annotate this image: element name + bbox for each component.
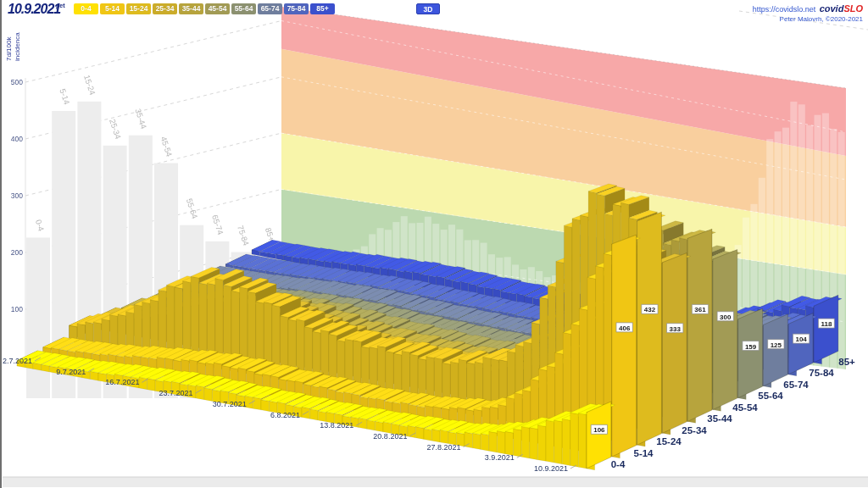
mode-3d-button[interactable]: 3D <box>416 3 440 14</box>
age-filter-button-75-84[interactable]: 75-84 <box>284 3 309 14</box>
age-filter-button-45-54[interactable]: 45-54 <box>205 3 230 14</box>
age-filter-button-35-44[interactable]: 35-44 <box>179 3 203 14</box>
age-filter-button-15-24[interactable]: 15-24 <box>126 3 151 14</box>
age-filter-button-65-74[interactable]: 65-74 <box>258 3 282 14</box>
app-window: 10.9.2021 pet 0-45-1415-2425-3435-4445-5… <box>0 0 868 488</box>
site-link[interactable]: https://covidslo.net <box>753 5 816 14</box>
current-day-abbr: pet <box>56 3 65 8</box>
brand-covid: covid <box>820 3 844 14</box>
credit-line: Peter Malovrh, ©2020-2021 <box>753 14 863 24</box>
age-filter-button-5-14[interactable]: 5-14 <box>100 3 125 14</box>
age-filter-button-55-64[interactable]: 55-64 <box>231 3 256 14</box>
age-filter-button-85+[interactable]: 85+ <box>310 3 335 14</box>
age-filter-button-0-4[interactable]: 0-4 <box>74 3 98 14</box>
branding: https://covidslo.net covidSLO Peter Malo… <box>753 3 863 24</box>
age-filter-button-25-34[interactable]: 25-34 <box>153 3 177 14</box>
brand-slo: SLO <box>843 3 863 14</box>
incidence-3d-chart[interactable] <box>2 0 868 488</box>
toolbar: 10.9.2021 pet 0-45-1415-2425-3435-4445-5… <box>2 0 868 25</box>
current-date: 10.9.2021 <box>8 2 60 17</box>
age-filter-buttons: 0-45-1415-2425-3435-4445-5455-6465-7475-… <box>74 3 335 14</box>
